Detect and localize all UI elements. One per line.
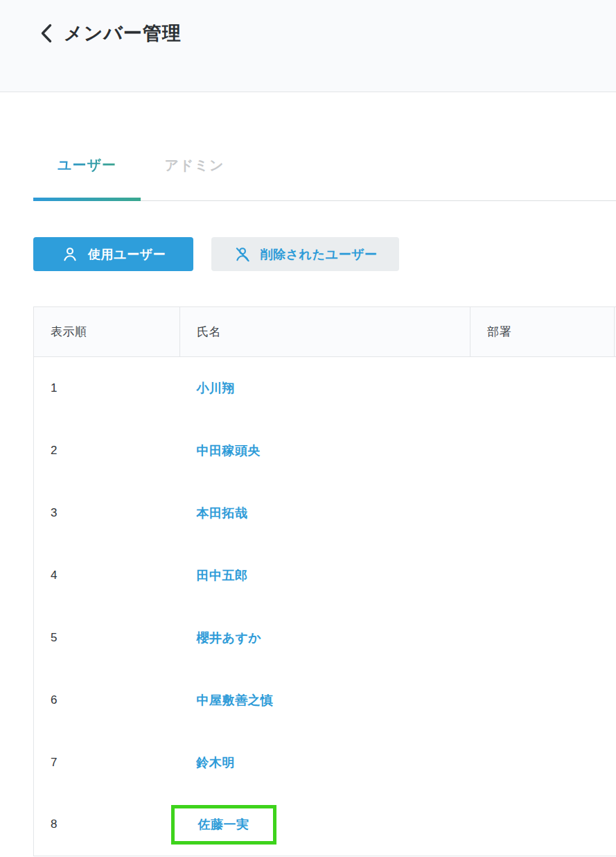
row-department xyxy=(470,732,615,794)
tab-users[interactable]: ユーザー xyxy=(33,156,141,200)
user-name-link[interactable]: 小川翔 xyxy=(197,381,236,395)
row-department xyxy=(470,419,615,482)
user-name-link[interactable]: 田中五郎 xyxy=(197,569,248,582)
row-department xyxy=(470,357,615,419)
user-name-link[interactable]: 中屋敷善之慎 xyxy=(197,693,274,707)
row-order: 3 xyxy=(34,482,180,544)
user-name-link[interactable]: 佐藤一実 xyxy=(198,816,249,833)
table-header-row: 表示順 氏名 部署 xyxy=(34,307,616,357)
row-department xyxy=(470,669,615,732)
row-order: 4 xyxy=(34,544,180,607)
member-management-page: メンバー管理 ユーザー アドミン 使用ユーザー xyxy=(0,0,616,857)
table-row: 3 本田拓哉 xyxy=(34,482,616,544)
active-users-button-label: 使用ユーザー xyxy=(88,246,166,263)
user-name-link[interactable]: 鈴木明 xyxy=(197,756,236,770)
table-row: 7 鈴木明 xyxy=(34,732,616,794)
tab-bar: ユーザー アドミン xyxy=(33,156,616,201)
deleted-users-button-label: 削除されたユーザー xyxy=(261,246,378,263)
user-name-link[interactable]: 櫻井あすか xyxy=(197,631,262,645)
tab-admins[interactable]: アドミン xyxy=(141,156,248,200)
deleted-users-button[interactable]: 削除されたユーザー xyxy=(211,237,399,271)
page-title: メンバー管理 xyxy=(64,21,182,46)
row-order: 5 xyxy=(34,607,180,669)
table-row: 6 中屋敷善之慎 xyxy=(34,669,616,732)
active-users-button[interactable]: 使用ユーザー xyxy=(33,237,193,271)
chevron-left-icon xyxy=(39,23,53,44)
person-icon xyxy=(61,245,79,263)
tab-users-label: ユーザー xyxy=(58,157,116,173)
person-off-icon xyxy=(234,245,252,263)
row-order: 7 xyxy=(34,732,180,794)
annotation-highlight-box: 佐藤一実 xyxy=(171,805,276,845)
column-header-department: 部署 xyxy=(470,307,615,357)
table-row: 8 佐藤一実 xyxy=(34,794,616,856)
row-department xyxy=(470,794,615,856)
filter-row: 使用ユーザー 削除されたユーザー xyxy=(33,237,616,271)
row-order: 8 xyxy=(34,794,180,856)
row-department xyxy=(470,482,615,544)
row-department xyxy=(470,544,615,607)
table-row: 4 田中五郎 xyxy=(34,544,616,607)
users-table: 表示順 氏名 部署 1 小川翔 2 中田稼頭央 xyxy=(33,306,616,856)
table-row: 5 櫻井あすか xyxy=(34,607,616,669)
table-row: 1 小川翔 xyxy=(34,357,616,419)
column-header-name: 氏名 xyxy=(180,307,470,357)
tab-admins-label: アドミン xyxy=(165,157,225,173)
column-header-order: 表示順 xyxy=(34,307,180,357)
table-row: 2 中田稼頭央 xyxy=(34,419,616,482)
user-name-link[interactable]: 本田拓哉 xyxy=(197,506,248,520)
row-order: 6 xyxy=(34,669,180,732)
row-order: 1 xyxy=(34,357,180,419)
row-order: 2 xyxy=(34,419,180,482)
user-name-link[interactable]: 中田稼頭央 xyxy=(197,444,261,458)
page-header: メンバー管理 xyxy=(0,0,616,92)
row-department xyxy=(470,607,615,669)
back-button[interactable] xyxy=(39,23,53,44)
